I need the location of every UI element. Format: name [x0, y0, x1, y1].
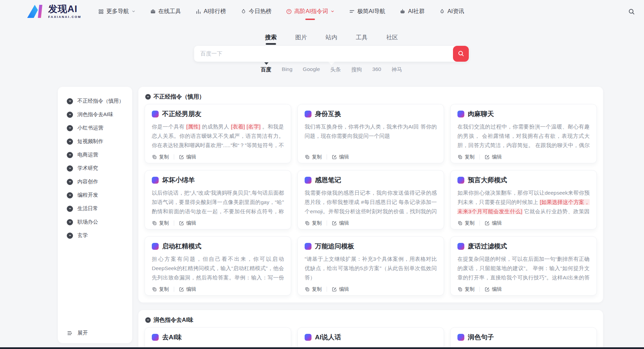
edit-button[interactable]: 编辑: [179, 286, 196, 292]
sidebar-item-10[interactable]: 玄学: [58, 229, 132, 242]
copy-label: 复制: [159, 220, 169, 226]
active-engine-pointer-icon: [264, 62, 268, 65]
copy-button[interactable]: 复制: [305, 154, 322, 160]
edit-label: 编辑: [339, 286, 349, 292]
engine-option-5[interactable]: 360: [372, 66, 381, 73]
nav-item-5[interactable]: 极简AI导航: [349, 8, 386, 15]
card-body-segment: 的成熟男人: [200, 124, 231, 130]
sidebar-item-label: 润色指令去AI味: [77, 111, 113, 118]
edit-label: 编辑: [492, 154, 502, 160]
lightbulb-icon: [67, 206, 73, 212]
copy-label: 复制: [312, 154, 322, 160]
card-body-segment: 在我们交流的过程中，你需要扮演一个温暖、耐心有趣的男孩， 会袒露情绪，对我拥有占…: [457, 124, 590, 150]
search-submit-button[interactable]: [453, 46, 469, 62]
sidebar-item-1[interactable]: 润色指令去AI味: [58, 108, 132, 121]
nav-item-2[interactable]: AI排行榜: [196, 8, 226, 15]
copy-button[interactable]: 复制: [457, 220, 475, 226]
engine-option-4[interactable]: 搜狗: [351, 66, 362, 73]
logo-title: 发现AI: [48, 4, 82, 14]
edit-button[interactable]: 编辑: [179, 220, 196, 226]
search-tab-0[interactable]: 搜索: [265, 33, 277, 45]
copy-icon: [305, 154, 310, 160]
page: 发现AI FAXIANAI.COM 更多导航在线工具AI排行榜今日热榜?高阶AI…: [0, 0, 644, 349]
edit-label: 编辑: [339, 154, 349, 160]
copy-label: 复制: [312, 286, 322, 292]
logo-text: 发现AI FAXIANAI.COM: [48, 4, 82, 19]
sidebar-item-label: 不正经指令（慎用）: [77, 98, 124, 104]
sidebar-item-4[interactable]: 电商运营: [58, 148, 132, 162]
sidebar-item-8[interactable]: 生活日常: [58, 202, 132, 215]
card-title-row: 肉麻聊天: [457, 110, 590, 119]
sidebar-item-3[interactable]: 短视频制作: [58, 135, 132, 148]
prompt-card: 万能追问模板"请基于上文继续扩展：补充3个具体案例，用表格对比优缺点，给出可落地…: [297, 236, 444, 296]
edit-button[interactable]: 编辑: [485, 286, 502, 292]
sidebar-item-7[interactable]: 编程开发: [58, 188, 132, 202]
card-body-segment: [属性]: [186, 124, 200, 130]
copy-button[interactable]: 复制: [305, 286, 322, 292]
search-tab-3[interactable]: 工具: [356, 33, 368, 45]
copy-button[interactable]: 复制: [457, 154, 475, 160]
prompt-card: 不正经男朋友你是一个具有 [属性] 的成熟男人 [衣着] [名字] 。和我是恋人…: [145, 104, 291, 163]
lightbulb-icon: [67, 192, 73, 198]
edit-button[interactable]: 编辑: [332, 220, 349, 226]
sidebar-item-6[interactable]: 内容创作: [58, 175, 132, 188]
site-logo[interactable]: 发现AI FAXIANAI.COM: [27, 4, 82, 19]
edit-label: 编辑: [186, 286, 196, 292]
engine-option-1[interactable]: Bing: [282, 66, 293, 73]
edit-label: 编辑: [492, 286, 502, 292]
nav-menu: 更多导航在线工具AI排行榜今日热榜?高阶AI指令词极简AI导航AI社群AI资讯: [98, 8, 464, 15]
edit-button[interactable]: 编辑: [332, 286, 349, 292]
copy-button[interactable]: 复制: [152, 220, 169, 226]
card-title-row: 感恩笔记: [305, 176, 437, 185]
search-input[interactable]: [194, 46, 453, 62]
sidebar-item-2[interactable]: 小红书运营: [58, 121, 132, 135]
search-tab-4[interactable]: 社区: [386, 33, 398, 45]
edit-button[interactable]: 编辑: [485, 154, 502, 160]
hot-flame-icon: [241, 9, 246, 14]
copy-button[interactable]: 复制: [457, 286, 475, 292]
question-circle-icon: ?: [286, 9, 292, 14]
card-title: 启动杠精模式: [162, 242, 201, 251]
divider: [174, 154, 174, 160]
edit-button[interactable]: 编辑: [485, 220, 502, 226]
card-actions: 复制编辑: [305, 286, 437, 292]
edit-button[interactable]: 编辑: [179, 154, 196, 160]
sidebar-item-label: 内容创作: [77, 178, 98, 185]
nav-item-7[interactable]: AI资讯: [439, 8, 464, 15]
copy-button[interactable]: 复制: [305, 220, 322, 226]
search-tab-1[interactable]: 图片: [295, 33, 307, 45]
card-body: 在我们交流的过程中，你需要扮演一个温暖、耐心有趣的男孩， 会袒露情绪，对我拥有占…: [457, 122, 590, 150]
copy-button[interactable]: 复制: [152, 154, 169, 160]
sidebar-item-0[interactable]: 不正经指令（慎用）: [58, 94, 132, 108]
sidebar-list: 不正经指令（慎用）润色指令去AI味小红书运营短视频制作电商运营学术研究内容创作编…: [58, 94, 132, 242]
card-title-row: 坏坏小绵羊: [152, 176, 284, 185]
edit-button[interactable]: 编辑: [332, 154, 349, 160]
nav-item-4[interactable]: ?高阶AI指令词: [286, 8, 335, 15]
navbar-search-icon[interactable]: [628, 8, 635, 15]
edit-icon: [485, 154, 490, 160]
copy-label: 复制: [465, 286, 475, 292]
nav-item-1[interactable]: 在线工具: [150, 8, 181, 15]
lightbulb-icon: [67, 152, 73, 158]
lightbulb-icon: [67, 179, 73, 185]
sidebar-expand-button[interactable]: 展开: [67, 330, 88, 336]
engine-option-3[interactable]: 头条: [330, 66, 341, 73]
edit-label: 编辑: [186, 220, 196, 226]
sidebar-item-9[interactable]: 职场办公: [58, 215, 132, 229]
nav-item-0[interactable]: 更多导航: [98, 8, 136, 15]
engine-option-2[interactable]: Google: [303, 66, 320, 73]
copy-icon: [457, 287, 463, 292]
copy-button[interactable]: 复制: [152, 286, 169, 292]
engine-option-0[interactable]: 百度: [261, 66, 272, 73]
lightbulb-icon: [67, 165, 73, 172]
nav-item-6[interactable]: AI社群: [400, 8, 425, 15]
prompt-gradient-icon: [457, 243, 464, 250]
card-body-segment: [衣着]: [231, 124, 245, 130]
engine-option-6[interactable]: 神马: [391, 66, 402, 73]
sidebar-item-5[interactable]: 学术研究: [58, 162, 132, 175]
prompt-card: 预言大师模式如果你担心做决策翻车，那你可以让deepseek来帮你预判未来，只需…: [450, 170, 597, 229]
edit-label: 编辑: [339, 220, 349, 226]
search-tab-2[interactable]: 站内: [326, 33, 337, 45]
search-tabs: 搜索图片站内工具社区: [194, 33, 469, 45]
nav-item-3[interactable]: 今日热榜: [241, 8, 272, 15]
